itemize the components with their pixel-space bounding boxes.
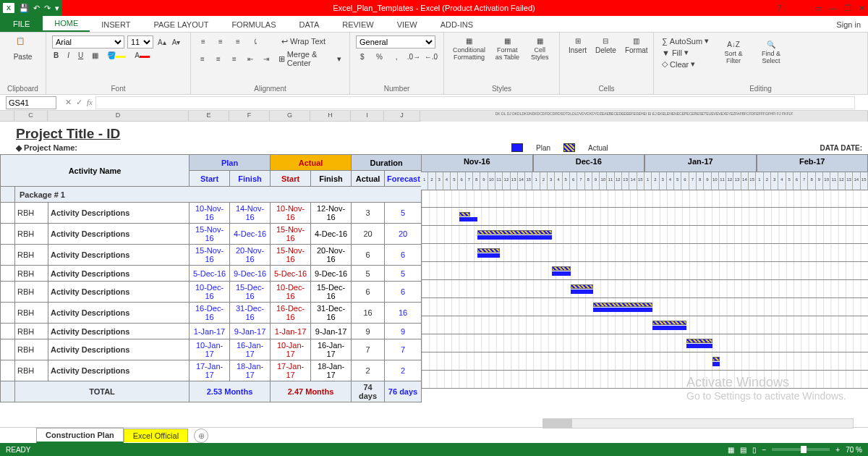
tab-file[interactable]: FILE: [0, 15, 43, 32]
zoom-level[interactable]: 70 %: [846, 446, 862, 454]
currency-icon[interactable]: $: [356, 51, 369, 62]
name-box[interactable]: [6, 96, 56, 109]
align-top-icon[interactable]: ≡: [197, 35, 210, 47]
scroll-thumb[interactable]: [543, 419, 572, 428]
border-button[interactable]: ▦: [90, 51, 100, 60]
zoom-in-button[interactable]: +: [835, 446, 840, 454]
activity-row[interactable]: RBH Activity Descriptions 16-Dec-1631-De…: [1, 303, 422, 324]
bar-plan: [552, 271, 571, 276]
package-row[interactable]: Package # 1: [1, 187, 422, 203]
conditional-formatting-button[interactable]: ▦Conditional Formatting: [450, 35, 488, 62]
tab-addins[interactable]: ADD-INS: [429, 17, 485, 32]
column-headers[interactable]: C D E F G H I J DK DL DJ DKDLDKDNDKDCDFD…: [0, 111, 868, 122]
number-format-select[interactable]: General: [356, 35, 435, 48]
tab-pagelayout[interactable]: PAGE LAYOUT: [142, 17, 220, 32]
project-name-label: ◆ Project Name:: [0, 143, 77, 153]
insert-cells-button[interactable]: ⊞Insert: [566, 35, 590, 56]
data-date-label: DATA DATE:: [820, 144, 868, 152]
tab-data[interactable]: DATA: [288, 17, 331, 32]
help-icon[interactable]: ?: [777, 4, 781, 12]
view-normal-icon[interactable]: ▦: [728, 446, 734, 454]
hdr-activity: Activity Name: [1, 155, 190, 187]
indent-dec-icon[interactable]: ⇤: [244, 53, 256, 64]
restore-icon[interactable]: ❐: [844, 4, 851, 13]
tab-home[interactable]: HOME: [43, 16, 90, 32]
project-title[interactable]: Project Title - ID: [0, 122, 868, 141]
align-bottom-icon[interactable]: ≡: [231, 35, 244, 47]
activity-row[interactable]: RBH Activity Descriptions 10-Dec-1615-De…: [1, 282, 422, 303]
undo-icon[interactable]: ↶: [33, 4, 40, 13]
formula-input[interactable]: [95, 96, 855, 109]
bold-button[interactable]: B: [52, 51, 60, 60]
activity-row[interactable]: RBH Activity Descriptions 15-Nov-1620-No…: [1, 245, 422, 266]
group-alignment-label: Alignment: [197, 83, 344, 93]
save-icon[interactable]: 💾: [19, 4, 29, 13]
align-center-icon[interactable]: ≡: [213, 53, 224, 64]
fill-color-button[interactable]: 🪣: [106, 51, 127, 60]
decrease-font-icon[interactable]: A▾: [171, 38, 182, 47]
cancel-formula-icon[interactable]: ✕: [65, 98, 72, 107]
worksheet[interactable]: Project Title - ID ◆ Project Name: Plan …: [0, 122, 868, 438]
autosum-button[interactable]: ∑ AutoSum ▾: [660, 35, 711, 46]
fill-button[interactable]: ▼ Fill ▾: [660, 47, 711, 58]
inc-decimal-icon[interactable]: .0→: [407, 51, 420, 62]
wrap-text-button[interactable]: ↩Wrap Text: [279, 36, 328, 47]
sheet-tab-construction-plan[interactable]: Construction Plan: [36, 428, 124, 443]
tab-insert[interactable]: INSERT: [90, 17, 142, 32]
font-color-button[interactable]: A: [133, 51, 151, 60]
comma-icon[interactable]: ,: [390, 51, 403, 62]
clear-button[interactable]: ◇ Clear ▾: [660, 59, 711, 69]
enter-formula-icon[interactable]: ✓: [76, 98, 82, 107]
align-middle-icon[interactable]: ≡: [214, 35, 227, 47]
increase-font-icon[interactable]: A▴: [156, 38, 168, 47]
horizontal-scrollbar[interactable]: [542, 418, 854, 428]
font-name-select[interactable]: Arial: [52, 35, 124, 48]
view-pagebreak-icon[interactable]: ▯: [752, 446, 757, 454]
font-size-select[interactable]: 11: [127, 35, 153, 48]
delete-cells-button[interactable]: ⊟Delete: [592, 35, 619, 56]
format-as-table-button[interactable]: ▦Format as Table: [491, 35, 524, 62]
tab-view[interactable]: VIEW: [386, 17, 429, 32]
align-left-icon[interactable]: ≡: [197, 53, 208, 64]
format-cells-button[interactable]: ▥Format: [622, 35, 651, 56]
add-sheet-button[interactable]: ⊕: [194, 428, 208, 443]
activity-row[interactable]: RBH Activity Descriptions 10-Jan-1716-Ja…: [1, 339, 422, 360]
italic-button[interactable]: I: [66, 51, 71, 60]
excel-icon: X: [3, 3, 14, 13]
activity-row[interactable]: RBH Activity Descriptions 17-Jan-1718-Ja…: [1, 360, 422, 381]
zoom-out-button[interactable]: −: [762, 446, 767, 454]
dec-decimal-icon[interactable]: ←.0: [425, 51, 438, 62]
indent-inc-icon[interactable]: ⇥: [260, 53, 272, 64]
activity-row[interactable]: RBH Activity Descriptions 5-Dec-169-Dec-…: [1, 266, 422, 282]
sign-in-link[interactable]: Sign in: [829, 17, 868, 32]
close-icon[interactable]: ✕: [859, 4, 865, 13]
minimize-icon[interactable]: —: [829, 4, 837, 13]
tab-review[interactable]: REVIEW: [331, 17, 385, 32]
bar-actual: [571, 284, 593, 289]
merge-center-button[interactable]: ⊞Merge & Center ▾: [276, 49, 344, 68]
sheet-tab-excel-official[interactable]: Excel Official: [124, 428, 188, 442]
hdr-actual-finish: Finish: [311, 171, 352, 187]
activity-table[interactable]: Activity Name Plan Actual Duration Start…: [0, 154, 422, 402]
gantt-row: [421, 262, 868, 280]
activity-row[interactable]: RBH Activity Descriptions 1-Jan-179-Jan-…: [1, 324, 422, 339]
qat-dropdown-icon[interactable]: ▾: [55, 4, 59, 13]
find-select-button[interactable]: 🔍Find & Select: [756, 39, 786, 66]
align-right-icon[interactable]: ≡: [229, 53, 240, 64]
activity-row[interactable]: RBH Activity Descriptions 10-Nov-1614-No…: [1, 203, 422, 224]
ribbon-options-icon[interactable]: ▭: [814, 4, 822, 13]
fx-icon[interactable]: fx: [87, 98, 93, 107]
zoom-slider[interactable]: [772, 448, 830, 451]
redo-icon[interactable]: ↷: [44, 4, 51, 13]
underline-button[interactable]: U: [77, 51, 85, 60]
percent-icon[interactable]: %: [373, 51, 386, 62]
paste-button[interactable]: 📋 Paste: [6, 35, 40, 62]
orientation-icon[interactable]: ⤹: [249, 35, 262, 47]
status-bar: READY ▦ ▤ ▯ − + 70 %: [0, 443, 868, 456]
view-layout-icon[interactable]: ▤: [740, 446, 746, 454]
cell-styles-button[interactable]: ▦Cell Styles: [527, 35, 553, 62]
group-number-label: Number: [356, 83, 438, 93]
activity-row[interactable]: RBH Activity Descriptions 15-Nov-164-Dec…: [1, 224, 422, 245]
sort-filter-button[interactable]: A↓ZSort & Filter: [718, 39, 749, 66]
tab-formulas[interactable]: FORMULAS: [220, 17, 287, 32]
